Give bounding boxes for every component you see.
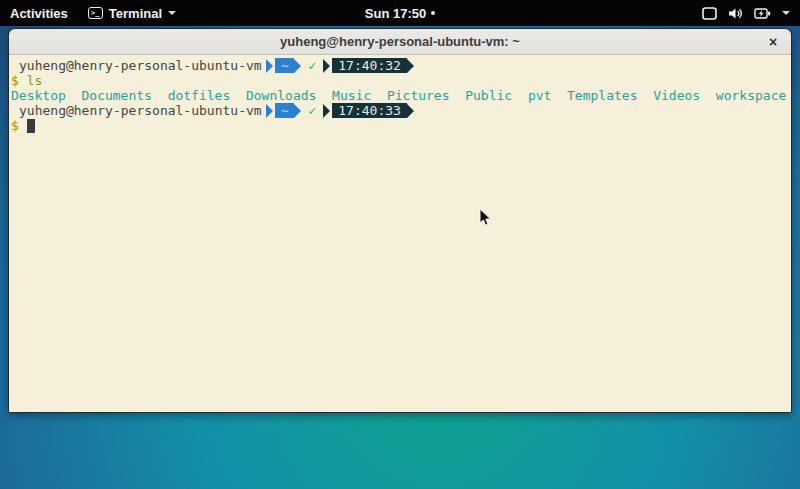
directory-name: Downloads	[246, 88, 316, 103]
cwd-segment: ~	[266, 58, 302, 73]
powerline-arrow-icon	[294, 104, 301, 118]
directory-name: workspace	[716, 88, 786, 103]
prompt-time: 17:40:33	[338, 103, 401, 118]
powerline-arrow-icon	[323, 104, 330, 118]
screen-icon	[702, 7, 717, 20]
prompt-cwd: ~	[281, 58, 289, 73]
battery-charging-icon	[754, 7, 771, 20]
prompt-cwd: ~	[281, 103, 289, 118]
directory-name: pvt	[528, 88, 551, 103]
clock-button[interactable]: Sun 17:50	[355, 0, 445, 26]
terminal-window: yuheng@henry-personal-ubuntu-vm: ~ × yuh…	[8, 28, 792, 413]
command-text: ls	[27, 73, 43, 88]
top-bar: Activities >_ Terminal Sun 17:50	[0, 0, 800, 26]
directory-name: Desktop	[11, 88, 66, 103]
powerline-arrow-icon	[407, 59, 414, 73]
app-menu[interactable]: >_ Terminal	[78, 0, 186, 26]
window-title: yuheng@henry-personal-ubuntu-vm: ~	[280, 34, 520, 49]
window-titlebar[interactable]: yuheng@henry-personal-ubuntu-vm: ~ ×	[9, 29, 791, 55]
app-menu-label: Terminal	[109, 6, 162, 21]
terminal-app-icon-glyph: >_	[91, 10, 99, 17]
ls-output-line: Desktop Documents dotfiles Downloads Mus…	[11, 88, 789, 103]
terminal-app-icon: >_	[88, 7, 103, 19]
prompt-line-1: yuheng@henry-personal-ubuntu-vm ~ ✓ 17:4…	[11, 58, 789, 73]
system-menu[interactable]	[692, 0, 800, 26]
directory-name: Videos	[653, 88, 700, 103]
powerline-arrow-icon	[294, 59, 301, 73]
status-check-icon: ✓	[308, 103, 316, 118]
chevron-down-icon	[168, 11, 176, 15]
cwd-segment: ~	[266, 103, 302, 118]
powerline-arrow-icon	[407, 104, 414, 118]
time-segment: 17:40:32	[323, 58, 414, 73]
volume-icon	[728, 7, 743, 20]
directory-name: Public	[465, 88, 512, 103]
text-cursor	[27, 119, 35, 133]
command-line-1: $ ls	[11, 73, 789, 88]
prompt-user: yuheng@henry-personal-ubuntu-vm	[19, 103, 262, 118]
directory-name: Templates	[567, 88, 637, 103]
prompt-char: $	[11, 73, 19, 88]
mouse-pointer-icon	[479, 208, 492, 231]
prompt-char: $	[11, 118, 19, 133]
status-check-icon: ✓	[308, 58, 316, 73]
time-segment: 17:40:33	[323, 103, 414, 118]
directory-name: dotfiles	[168, 88, 231, 103]
activities-button[interactable]: Activities	[0, 0, 78, 26]
powerline-arrow-icon	[323, 59, 330, 73]
directory-name: Music	[332, 88, 371, 103]
close-button[interactable]: ×	[764, 33, 782, 51]
command-line-2: $	[11, 118, 789, 133]
prompt-time: 17:40:32	[338, 58, 401, 73]
prompt-line-2: yuheng@henry-personal-ubuntu-vm ~ ✓ 17:4…	[11, 103, 789, 118]
prompt-user: yuheng@henry-personal-ubuntu-vm	[19, 58, 262, 73]
directory-name: Documents	[81, 88, 151, 103]
powerline-arrow-icon	[266, 104, 273, 118]
clock-label: Sun 17:50	[365, 6, 426, 21]
notification-dot-icon	[431, 11, 435, 15]
chevron-down-icon	[782, 11, 790, 15]
powerline-arrow-icon	[266, 59, 273, 73]
terminal-content[interactable]: yuheng@henry-personal-ubuntu-vm ~ ✓ 17:4…	[9, 55, 791, 412]
directory-name: Pictures	[387, 88, 450, 103]
